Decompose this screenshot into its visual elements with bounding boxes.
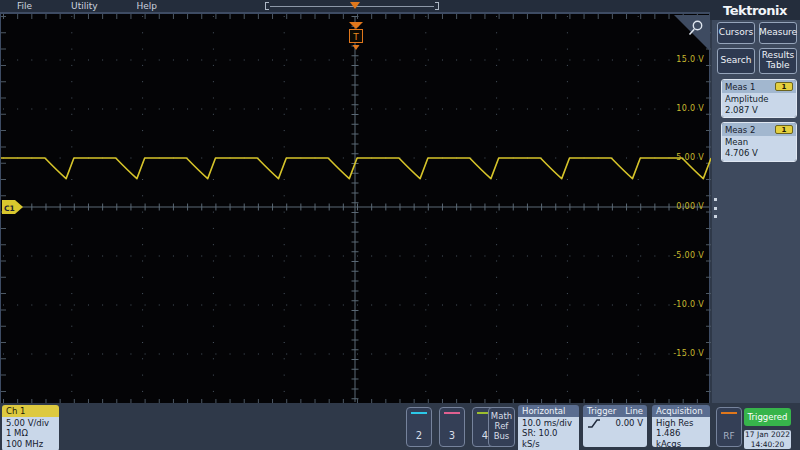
rising-edge-icon bbox=[587, 418, 601, 429]
horizontal-badge[interactable]: Horizontal 10.0 ms/div SR: 10.0 kS/s RL:… bbox=[518, 405, 579, 450]
measurement-list: Meas 11Amplitude2.087 VMeas 21Mean4.706 … bbox=[721, 79, 797, 162]
waveform-display[interactable]: C1T 15.0 V10.0 V5.00 V0.00 V-5.00 V-10.0… bbox=[0, 13, 710, 403]
measurement-panel-2[interactable]: Meas 21Mean4.706 V bbox=[721, 122, 797, 161]
cursors-button[interactable]: Cursors bbox=[717, 22, 755, 44]
sidebar: CursorsMeasureSearchResults Table Meas 1… bbox=[712, 20, 800, 403]
axis-label: 0.00 V bbox=[660, 202, 704, 211]
menu-items: FileUtilityHelp bbox=[0, 1, 157, 11]
acquisition-badge[interactable]: Acquisition High Res 1.486 kAcqs bbox=[652, 405, 710, 447]
axis-label: -5.00 V bbox=[660, 251, 704, 260]
axis-label: 10.0 V bbox=[660, 104, 704, 113]
results-table-button[interactable]: Results Table bbox=[759, 48, 797, 74]
trigger-level: 0.00 V bbox=[616, 418, 643, 428]
axis-label: -15.0 V bbox=[660, 349, 704, 358]
channel-1-reference-marker[interactable]: C1 bbox=[2, 200, 23, 214]
slider-left-bracket bbox=[265, 2, 269, 10]
trigger-status-badge: Triggered bbox=[744, 408, 791, 426]
measurement-value: 4.706 V bbox=[725, 148, 793, 159]
acquisition-mode: High Res bbox=[656, 418, 706, 428]
axis-label: -10.0 V bbox=[660, 300, 704, 309]
rf-color-bar bbox=[721, 412, 737, 414]
trigger-badge[interactable]: Trigger Line 0.00 V bbox=[583, 405, 647, 447]
menu-item-file[interactable]: File bbox=[17, 1, 32, 11]
logo-strip: Tektronix bbox=[710, 0, 800, 20]
horizontal-title: Horizontal bbox=[518, 405, 579, 417]
channel-2-button[interactable]: 2 bbox=[406, 407, 432, 447]
measurement-value: 2.087 V bbox=[725, 105, 793, 116]
channel-1-badge[interactable]: Ch 1 5.00 V/div 1 MΩ 100 MHz bbox=[2, 405, 59, 450]
channel-1-label: Ch 1 bbox=[2, 405, 59, 417]
channel-1-scale: 5.00 V/div bbox=[6, 418, 55, 428]
horizontal-scale: 10.0 ms/div bbox=[522, 418, 575, 428]
measure-button[interactable]: Measure bbox=[759, 22, 797, 44]
datetime-display: 17 Jan 2022 14:40:20 bbox=[744, 430, 791, 449]
measurement-type: Mean bbox=[725, 137, 793, 148]
menu-bar: FileUtilityHelp bbox=[0, 0, 712, 13]
measurement-name: Meas 1 bbox=[725, 82, 755, 92]
rf-button[interactable]: RF bbox=[716, 407, 742, 447]
settings-bar: Ch 1 5.00 V/div 1 MΩ 100 MHz 234 Math Re… bbox=[0, 403, 800, 450]
trigger-point-marker[interactable]: T bbox=[349, 22, 363, 50]
trigger-source: Line bbox=[625, 405, 643, 417]
acquisition-title: Acquisition bbox=[652, 405, 710, 417]
axis-label: 15.0 V bbox=[660, 55, 704, 64]
menu-item-utility[interactable]: Utility bbox=[71, 1, 97, 11]
channel-1-bandwidth: 100 MHz bbox=[6, 439, 55, 449]
tektronix-logo: Tektronix bbox=[723, 3, 787, 18]
measurement-name: Meas 2 bbox=[725, 125, 755, 135]
channel-2-color-bar bbox=[411, 412, 427, 414]
sidebar-buttons: CursorsMeasureSearchResults Table bbox=[717, 22, 800, 74]
svg-text:C1: C1 bbox=[4, 204, 15, 213]
source-badge: 1 bbox=[775, 125, 793, 134]
zoom-corner-button[interactable] bbox=[674, 15, 710, 51]
channel-number: 3 bbox=[449, 430, 455, 441]
search-button[interactable]: Search bbox=[717, 48, 755, 74]
trigger-title: Trigger bbox=[587, 405, 616, 417]
time-text: 14:40:20 bbox=[751, 440, 785, 449]
channel-1-waveform bbox=[1, 158, 711, 179]
channel-3-button[interactable]: 3 bbox=[439, 407, 465, 447]
panel-drag-handle[interactable] bbox=[714, 198, 718, 218]
trigger-position-marker-icon[interactable] bbox=[350, 2, 360, 9]
horizontal-sample-rate: SR: 10.0 kS/s bbox=[522, 428, 575, 449]
axis-label: 5.00 V bbox=[660, 153, 704, 162]
channel-3-color-bar bbox=[444, 412, 460, 414]
math-ref-bus-button[interactable]: Math Ref Bus bbox=[488, 407, 515, 447]
date-text: 17 Jan 2022 bbox=[745, 430, 790, 439]
graticule: C1T bbox=[1, 14, 711, 404]
measurement-panel-1[interactable]: Meas 11Amplitude2.087 V bbox=[721, 79, 797, 118]
slider-right-bracket bbox=[435, 2, 439, 10]
measurement-type: Amplitude bbox=[725, 94, 793, 105]
source-badge: 1 bbox=[775, 82, 793, 91]
rf-label: RF bbox=[723, 431, 734, 441]
channel-number: 2 bbox=[416, 430, 422, 441]
channel-buttons: 234 bbox=[406, 407, 498, 447]
menu-item-help[interactable]: Help bbox=[137, 1, 158, 11]
acquisition-count: 1.486 kAcqs bbox=[656, 428, 706, 447]
oscilloscope-screen: FileUtilityHelp C1T 15.0 V10.0 V5.00 V0.… bbox=[0, 0, 800, 450]
channel-1-impedance: 1 MΩ bbox=[6, 428, 55, 438]
svg-text:T: T bbox=[352, 32, 359, 42]
